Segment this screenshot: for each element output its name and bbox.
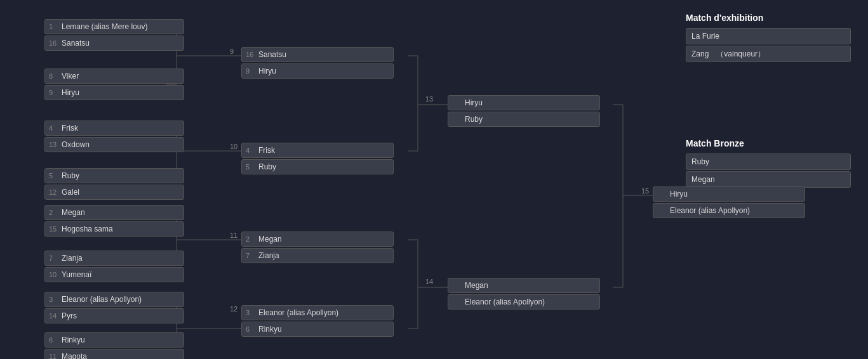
match-label-11: 11 xyxy=(230,232,237,239)
r1-m5-p2: 15 Hogosha sama xyxy=(44,221,184,237)
r2-m12-p1: 3 Eleanor (alias Apollyon) xyxy=(241,305,394,320)
r2-m10-p1: 4 Frisk xyxy=(241,143,394,158)
r2-m10-p2: 5 Ruby xyxy=(241,159,394,174)
bronze-p2: Megan xyxy=(686,171,851,188)
r4-m15-p2: Eleanor (alias Apollyon) xyxy=(653,203,805,218)
bronze-title: Match Bronze xyxy=(686,138,851,148)
r1-m3-p1: 4 Frisk xyxy=(44,121,184,136)
r1-m2-p2: 9 Hiryu xyxy=(44,85,184,100)
match-label-14: 14 xyxy=(425,278,433,285)
exhibition-p1: La Furie xyxy=(686,28,851,44)
bracket-container: 1 Lemane (alias Mere louv) 16 Sanatsu 8 … xyxy=(6,6,673,355)
r1-m2-p1: 8 Viker xyxy=(44,69,184,84)
match-label-9: 9 xyxy=(230,48,234,55)
r3-m14-p1: Megan xyxy=(448,278,600,293)
exhibition-title: Match d'exhibition xyxy=(686,13,851,23)
side-panel: Match d'exhibition La Furie Zang （vainqu… xyxy=(673,6,851,189)
match-label-12: 12 xyxy=(230,305,237,313)
r1-m4-p1: 5 Ruby xyxy=(44,168,184,183)
r1-m6-p2: 10 Yumenaï xyxy=(44,267,184,282)
r3-m13-p2: Ruby xyxy=(448,112,600,127)
bronze-p1: Ruby xyxy=(686,153,851,170)
r1-m4-p2: 12 Galel xyxy=(44,185,184,200)
match-label-13: 13 xyxy=(425,95,433,103)
r2-m11-p1: 2 Megan xyxy=(241,232,394,247)
r2-m9-p1: 16 Sanatsu xyxy=(241,47,394,62)
tournament-wrapper: 1 Lemane (alias Mere louv) 16 Sanatsu 8 … xyxy=(0,0,868,359)
r2-m9-p2: 9 Hiryu xyxy=(241,63,394,79)
r1-m5-p1: 2 Megan xyxy=(44,205,184,220)
r1-m1-p2: 16 Sanatsu xyxy=(44,36,184,51)
r4-m15-p1: Hiryu xyxy=(653,186,805,202)
r2-m11-p2: 7 Zianja xyxy=(241,248,394,263)
r1-m7-p2: 14 Pyrs xyxy=(44,308,184,323)
r2-m12-p2: 6 Rinkyu xyxy=(241,322,394,337)
r1-m7-p1: 3 Eleanor (alias Apollyon) xyxy=(44,292,184,307)
exhibition-p2: Zang （vainqueur） xyxy=(686,46,851,62)
match-label-15: 15 xyxy=(641,187,649,195)
r1-m8-p1: 6 Rinkyu xyxy=(44,332,184,348)
r1-m6-p1: 7 Zianja xyxy=(44,251,184,266)
match-label-10: 10 xyxy=(230,143,237,150)
r1-m1-p1: 1 Lemane (alias Mere louv) xyxy=(44,19,184,34)
exhibition-section: Match d'exhibition La Furie Zang （vainqu… xyxy=(686,13,851,62)
r1-m8-p2: 11 Magota xyxy=(44,349,184,359)
r3-m13-p1: Hiryu xyxy=(448,95,600,110)
r3-m14-p2: Eleanor (alias Apollyon) xyxy=(448,294,600,310)
bronze-section: Match Bronze Ruby Megan xyxy=(686,138,851,188)
r1-m3-p2: 13 Oxdown xyxy=(44,137,184,152)
